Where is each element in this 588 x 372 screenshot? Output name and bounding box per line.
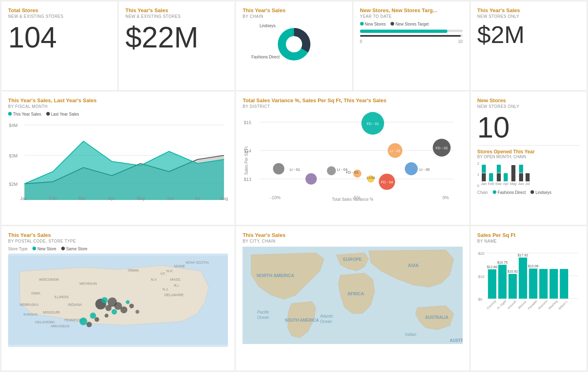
sales-by-chain-title: This Year's Sales [242,7,345,13]
bar-jan-dark [482,173,486,181]
svg-text:MICHIGAN: MICHIGAN [79,282,97,286]
svg-text:ILLINOIS: ILLINOIS [54,295,69,299]
svg-point-76 [90,313,96,319]
legend-label-lindseys: Lindseys [535,190,551,195]
bar-feb: Feb [488,173,494,186]
svg-text:$17.92: $17.92 [517,253,528,257]
us-map-svg: WISCONSIN IOWA NEBRASKA ILLINOIS INDIANA… [8,254,228,347]
svg-point-73 [101,297,107,303]
target-axis: 0 10 [360,39,463,44]
svg-text:Sales Per Sq Ft: Sales Per Sq Ft [245,146,249,174]
line-chart-title: This Year's Sales, Last Year's Sales [8,97,228,103]
this-year-sales-all-value: $22M [125,23,228,52]
target-bar-bg-target [360,34,463,37]
svg-text:ARKANSAS: ARKANSAS [51,324,70,328]
legend-chain-label: Chain [477,190,488,195]
bar-may-dark [511,165,515,181]
legend-label-new-store: New Store [37,247,56,251]
axis-max: 10 [458,39,463,44]
svg-text:EUROPE: EUROPE [343,257,362,262]
target-row-new [360,30,463,32]
bar-jun-label: Jun [518,182,524,186]
card-total-stores: Total Stores NEW & EXISTING STORES 104 [2,2,117,90]
stores-opened-legend: Chain Fashions Direct Lindseys [477,190,580,195]
bubble-chart-svg: $15 $14 $13 Sales Per Sq Ft -10% -5% 0% … [242,112,462,201]
svg-point-34 [273,163,285,174]
bar-mar-label: Mar [496,182,502,186]
card-world-map: This Year's Sales BY CITY, CHAIN NORTH A… [236,226,469,370]
svg-text:May: May [137,196,145,201]
svg-text:$10: $10 [478,275,485,279]
line-chart-svg: $4M $3M $2M Jan Feb Mar Apr May Jun [8,119,228,204]
target-bar-fill-target [360,35,461,37]
legend-label-last-year: Last Year Sales [51,112,79,116]
svg-rect-112 [519,258,527,299]
this-year-sales-new-subtitle: NEW STORES ONLY [477,14,580,19]
svg-text:DELAWARE: DELAWARE [164,293,184,297]
svg-text:$13: $13 [244,177,251,182]
this-year-sales-new-title: This Year's Sales [477,7,580,13]
bar-jul-label: Jul [525,182,530,186]
bar-mar: Mar [496,165,502,186]
card-sales-per-sqft: Sales Per Sq Ft BY NAME $20 $10 $0 $12.8… [471,226,586,370]
sales-per-sqft-subtitle: BY NAME [477,239,580,243]
bubble-chart-area: $15 $14 $13 Sales Per Sq Ft -10% -5% 0% … [242,112,462,201]
svg-point-79 [86,322,92,327]
map-sales-title: This Year's Sales [8,232,228,238]
legend-label-new: New Stores [365,22,386,26]
world-map: NORTH AMERICA SOUTH AMERICA EUROPE AFRIC… [242,247,462,344]
svg-text:LI - 01: LI - 01 [290,168,300,172]
svg-point-46 [306,173,317,185]
svg-text:$14.75: $14.75 [497,260,508,264]
svg-rect-118 [539,269,548,299]
svg-text:$13.08: $13.08 [528,264,539,269]
target-chart: 0 10 [360,30,463,44]
pie-label-fashions: Fashions Direct [251,55,279,59]
bar-apr-label: Apr [503,182,509,186]
svg-text:Monroe: Monroe [517,300,527,310]
bubble-chart-title: Total Sales Variance %, Sales Per Sq Ft,… [242,97,462,103]
card-new-stores-target: New Stores, New Stores Targ... YEAR TO D… [354,2,469,90]
svg-text:LI - 03: LI - 03 [390,149,401,153]
svg-text:IOWA: IOWA [31,291,41,295]
sales-by-chain-subtitle: BY CHAIN [242,14,345,19]
svg-text:-5%: -5% [353,195,361,200]
svg-text:Wilson L.: Wilson L. [558,299,569,310]
svg-text:Ocean: Ocean [320,319,333,324]
y-label-2: 2 [477,161,479,166]
bar-apr-teal [504,173,508,181]
total-stores-subtitle: NEW & EXISTING STORES [8,14,111,19]
svg-text:Pacific: Pacific [258,310,269,314]
svg-text:AFRICA: AFRICA [348,291,365,296]
svg-text:FD - 01: FD - 01 [367,122,379,126]
legend-dot-new-store [32,247,36,250]
svg-text:MASS.: MASS. [170,278,181,282]
card-map-sales: This Year's Sales BY POSTAL CODE, STORE … [2,226,234,370]
svg-point-77 [94,317,99,322]
this-year-sales-new-value: $2M [477,23,580,47]
stores-opened-chart: 2 1 0 Jan Feb [477,161,580,188]
svg-point-81 [129,304,134,308]
us-map: WISCONSIN IOWA NEBRASKA ILLINOIS INDIANA… [8,254,228,347]
svg-text:Atlantic: Atlantic [320,314,334,318]
total-stores-value: 104 [8,23,111,52]
svg-text:KANSAS: KANSAS [24,312,38,316]
sales-per-sqft-chart: $20 $10 $0 $12.86 Cincinna $14.75 Ft. Og… [477,247,580,328]
svg-text:$2M: $2M [9,182,17,187]
svg-text:SOUTH AMERICA: SOUTH AMERICA [285,318,319,323]
bar-jan-label: Jan [481,182,487,186]
total-stores-title: Total Stores [8,7,111,13]
svg-text:FD - 02: FD - 02 [436,146,448,150]
svg-text:LI-04: LI-04 [367,176,376,180]
legend-dot-lindseys [530,190,534,194]
svg-text:$3M: $3M [9,153,17,158]
new-stores-target-legend: New Stores New Stores Target [360,22,463,26]
svg-text:WISCONSIN: WISCONSIN [39,278,59,282]
svg-text:Pasaden: Pasaden [527,299,538,310]
svg-text:$15: $15 [244,120,251,125]
bar-apr: Apr [503,173,509,186]
svg-text:Indian: Indian [406,332,417,337]
card-sales-by-chain: This Year's Sales BY CHAIN Lindseys Fash… [236,2,352,90]
new-stores-subtitle: NEW STORES ONLY [477,104,580,109]
world-map-svg: NORTH AMERICA SOUTH AMERICA EUROPE AFRIC… [242,247,462,344]
